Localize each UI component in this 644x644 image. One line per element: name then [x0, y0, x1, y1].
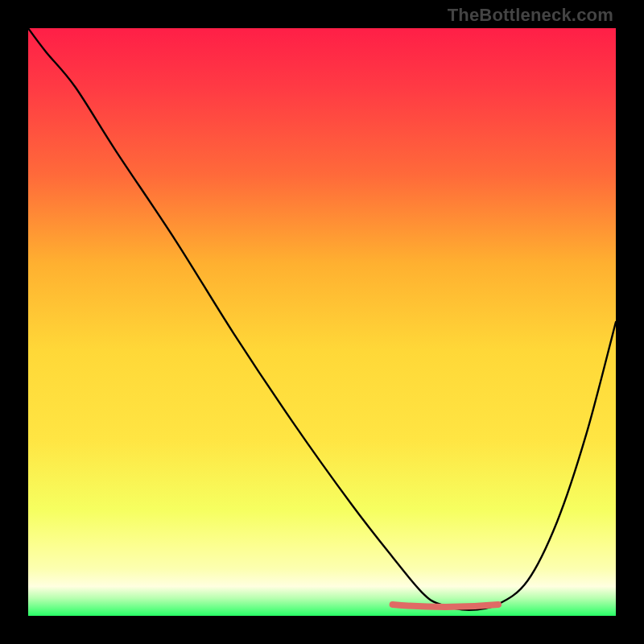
watermark-text: TheBottleneck.com — [448, 5, 613, 26]
plot-area — [28, 28, 616, 616]
bottleneck-curve — [28, 28, 616, 616]
chart-frame: TheBottleneck.com — [0, 0, 644, 644]
